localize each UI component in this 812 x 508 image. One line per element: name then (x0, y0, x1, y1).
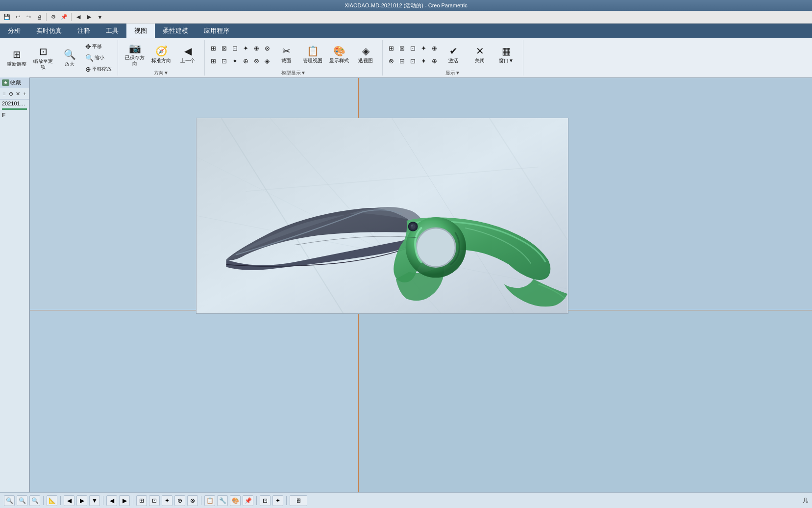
ribbon-btn-icon-2[interactable]: ⊠ (220, 43, 229, 53)
status-measure[interactable]: 📐 (47, 495, 57, 506)
ribbon-btn-manage-view[interactable]: 📋 管理视图 (300, 41, 325, 68)
ribbon-btn-pan[interactable]: ✥ 平移 (83, 41, 104, 52)
panel-add-btn[interactable]: ⊕ (8, 89, 14, 98)
menu-applications[interactable]: 应用程序 (196, 24, 237, 38)
menu-simulation[interactable]: 实时仿真 (28, 24, 70, 38)
ribbon-disp-icon-8[interactable]: ⊡ (408, 55, 418, 66)
model-display (196, 118, 568, 314)
ribbon-btn-close[interactable]: ✕ 关闭 (467, 41, 492, 68)
status-icon-1[interactable]: ◀ (64, 495, 74, 506)
ribbon-btn-icon-7[interactable]: ⊞ (209, 55, 219, 66)
qa-save-btn[interactable]: 💾 (2, 12, 12, 22)
ribbon-disp-icon-2[interactable]: ⊠ (397, 43, 407, 53)
status-right-text: 几 (803, 497, 808, 504)
ribbon-disp-icon-9[interactable]: ✦ (419, 55, 429, 66)
qa-settings-btn[interactable]: ⚙ (49, 12, 58, 22)
status-icon-3[interactable]: ▼ (89, 495, 100, 506)
pan-zoom-icon: ⊕ (85, 65, 91, 73)
ribbon-btn-icon-8[interactable]: ⊡ (220, 55, 229, 66)
ribbon-disp-icon-10[interactable]: ⊕ (430, 55, 440, 66)
ribbon-btn-pan-zoom[interactable]: ⊕ 平移缩放 (83, 64, 114, 75)
ribbon-btn-icon-6[interactable]: ⊗ (263, 43, 272, 53)
status-icon-8[interactable]: ✦ (162, 495, 172, 506)
ribbon-btn-saved-views[interactable]: 📷 已保存方向 (122, 41, 148, 68)
status-sep-4 (133, 496, 133, 505)
status-icon-12[interactable]: 🔧 (217, 495, 228, 506)
ribbon-disp-icon-3[interactable]: ⊡ (408, 43, 418, 53)
status-icon-14[interactable]: 📌 (243, 495, 253, 506)
left-panel-toolbar: ≡ ⊕ ✕ + (0, 88, 29, 100)
ribbon-spacer (523, 40, 812, 76)
ribbon-btn-perspective[interactable]: ◈ 透视图 (353, 41, 378, 68)
status-view-mode[interactable]: 🖥 (290, 495, 307, 506)
status-icon-11[interactable]: 📋 (204, 495, 215, 506)
window-title: XIAODAO-MD-2021012 (活动的) - Creo Parametr… (344, 2, 468, 9)
status-icon-7[interactable]: ⊡ (149, 495, 160, 506)
left-panel-filename[interactable]: 2021012.PRT (0, 100, 29, 107)
left-panel: ★ 收藏 ≡ ⊕ ✕ + 2021012.PRT F (0, 77, 29, 492)
menu-flexible[interactable]: 柔性建模 (155, 24, 196, 38)
ribbon-disp-icon-4[interactable]: ✦ (419, 43, 429, 53)
ribbon-group-appearance-buttons: ⊞ 重新调整 ⊡ 缩放至定项 🔍 放大 (4, 40, 114, 76)
status-icon-4[interactable]: ◀ (106, 495, 117, 506)
qa-back-btn[interactable]: ◀ (74, 12, 83, 22)
qa-redo-btn[interactable]: ↪ (24, 12, 33, 22)
ribbon-btn-activate[interactable]: ✔ 激活 (441, 41, 466, 68)
status-zoom-out[interactable]: 🔍 (29, 495, 40, 506)
status-zoom-in[interactable]: 🔍 (17, 495, 27, 506)
status-icon-10[interactable]: ⊗ (187, 495, 198, 506)
ribbon-btn-icon-12[interactable]: ◈ (263, 55, 272, 66)
status-icon-15[interactable]: ⊡ (260, 495, 271, 506)
ribbon-btn-display-style[interactable]: 🎨 显示样式 (326, 41, 352, 68)
status-icon-2[interactable]: ▶ (76, 495, 87, 506)
main-viewport[interactable] (29, 77, 812, 492)
panel-close-btn[interactable]: ✕ (15, 89, 21, 98)
pan-icon: ✥ (85, 43, 91, 51)
qa-pin-btn[interactable]: 📌 (59, 12, 69, 22)
ribbon-btn-icon-9[interactable]: ✦ (230, 55, 240, 66)
ribbon-btn-window[interactable]: ▦ 窗口▼ (493, 41, 519, 68)
menu-analysis[interactable]: 分析 (0, 24, 28, 38)
menu-tools[interactable]: 工具 (98, 24, 126, 38)
menu-view[interactable]: 视图 (126, 24, 155, 38)
ribbon-btn-icon-11[interactable]: ⊗ (252, 55, 262, 66)
ribbon-btn-icon-4[interactable]: ✦ (241, 43, 251, 53)
panel-list-btn[interactable]: ≡ (1, 89, 7, 98)
ribbon-btn-reset[interactable]: ⊞ 重新调整 (4, 45, 29, 71)
status-icon-9[interactable]: ⊕ (174, 495, 185, 506)
ribbon-btn-zoom-out[interactable]: 🔍 缩小 (83, 52, 106, 63)
status-zoom-search[interactable]: 🔍 (4, 495, 15, 506)
ribbon-btn-zoom-fit[interactable]: ⊡ 缩放至定项 (30, 45, 56, 71)
ribbon-btn-standard-orient[interactable]: 🧭 标准方向 (148, 41, 174, 68)
ribbon-disp-icon-7[interactable]: ⊞ (397, 55, 407, 66)
ribbon-btn-prev-view[interactable]: ◀ 上一个 (175, 41, 200, 68)
ribbon-disp-icon-1[interactable]: ⊞ (387, 43, 396, 53)
ribbon-btn-section[interactable]: ✂ 截面 (273, 41, 299, 68)
ribbon-btn-icon-10[interactable]: ⊕ (241, 55, 251, 66)
panel-more-btn[interactable]: + (22, 89, 28, 98)
status-icon-6[interactable]: ⊞ (136, 495, 147, 506)
ribbon-btn-icon-5[interactable]: ⊕ (252, 43, 262, 53)
close-icon: ✕ (476, 45, 484, 57)
left-panel-header: ★ 收藏 (0, 77, 29, 88)
qa-more-btn[interactable]: ▼ (95, 12, 105, 22)
status-icon-5[interactable]: ▶ (119, 495, 130, 506)
qa-print-btn[interactable]: 🖨 (34, 12, 44, 22)
status-icon-16[interactable]: ✦ (272, 495, 283, 506)
activate-icon: ✔ (449, 45, 458, 57)
ribbon-btn-icon-1[interactable]: ⊞ (209, 43, 219, 53)
saved-views-icon: 📷 (129, 42, 141, 54)
qa-separator-2 (71, 13, 72, 21)
left-panel-green-bar (2, 108, 27, 110)
ribbon-disp-icon-6[interactable]: ⊗ (387, 55, 396, 66)
ribbon-btn-zoom-in[interactable]: 🔍 放大 (57, 45, 82, 71)
menu-annotation[interactable]: 注释 (70, 24, 98, 38)
qa-forward-btn[interactable]: ▶ (84, 12, 94, 22)
ribbon-btn-icon-3[interactable]: ⊡ (230, 43, 240, 53)
status-sep-3 (103, 496, 103, 505)
ribbon-disp-icon-5[interactable]: ⊕ (430, 43, 440, 53)
prev-view-icon: ◀ (184, 45, 192, 57)
qa-undo-btn[interactable]: ↩ (13, 12, 23, 22)
standard-orient-icon: 🧭 (155, 45, 168, 57)
status-icon-13[interactable]: 🎨 (230, 495, 241, 506)
